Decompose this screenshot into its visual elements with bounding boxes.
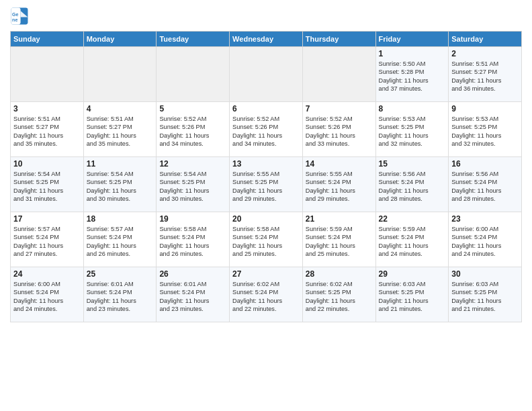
calendar-cell: 7Sunrise: 5:52 AMSunset: 5:26 PMDaylight… — [302, 102, 375, 157]
calendar-cell: 1Sunrise: 5:50 AMSunset: 5:28 PMDaylight… — [375, 47, 449, 102]
calendar-cell: 27Sunrise: 6:02 AMSunset: 5:24 PMDayligh… — [230, 267, 303, 322]
weekday-header-wednesday: Wednesday — [230, 32, 303, 47]
day-number: 26 — [159, 269, 226, 279]
calendar-cell: 5Sunrise: 5:52 AMSunset: 5:26 PMDaylight… — [157, 102, 230, 157]
day-info: Sunrise: 5:56 AMSunset: 5:24 PMDaylight:… — [379, 170, 446, 203]
logo-icon: Ge ne — [10, 7, 29, 26]
week-row-2: 3Sunrise: 5:51 AMSunset: 5:27 PMDaylight… — [11, 102, 522, 157]
day-info: Sunrise: 5:50 AMSunset: 5:28 PMDaylight:… — [379, 60, 446, 93]
calendar-cell: 15Sunrise: 5:56 AMSunset: 5:24 PMDayligh… — [375, 157, 449, 212]
day-number: 23 — [451, 214, 519, 224]
calendar-cell: 20Sunrise: 5:58 AMSunset: 5:24 PMDayligh… — [230, 212, 303, 267]
day-number: 4 — [87, 104, 154, 113]
day-number: 8 — [379, 104, 446, 113]
calendar-cell: 11Sunrise: 5:54 AMSunset: 5:25 PMDayligh… — [83, 157, 157, 212]
day-info: Sunrise: 5:54 AMSunset: 5:25 PMDaylight:… — [87, 170, 154, 203]
day-number: 9 — [451, 104, 519, 113]
day-info: Sunrise: 5:52 AMSunset: 5:26 PMDaylight:… — [159, 115, 226, 148]
weekday-header-saturday: Saturday — [449, 32, 522, 47]
calendar-cell: 23Sunrise: 6:00 AMSunset: 5:24 PMDayligh… — [449, 212, 522, 267]
calendar-cell: 24Sunrise: 6:00 AMSunset: 5:24 PMDayligh… — [11, 267, 84, 322]
day-number: 15 — [379, 159, 446, 169]
calendar-cell: 25Sunrise: 6:01 AMSunset: 5:24 PMDayligh… — [83, 267, 157, 322]
calendar-cell — [302, 47, 375, 102]
day-number: 29 — [379, 269, 446, 279]
calendar-cell: 2Sunrise: 5:51 AMSunset: 5:27 PMDaylight… — [449, 47, 522, 102]
calendar-cell: 6Sunrise: 5:52 AMSunset: 5:26 PMDaylight… — [230, 102, 303, 157]
calendar-cell — [11, 47, 84, 102]
day-info: Sunrise: 6:00 AMSunset: 5:24 PMDaylight:… — [451, 225, 519, 259]
week-row-5: 24Sunrise: 6:00 AMSunset: 5:24 PMDayligh… — [11, 267, 522, 322]
calendar-cell: 30Sunrise: 6:03 AMSunset: 5:25 PMDayligh… — [449, 267, 522, 322]
day-number: 1 — [379, 49, 446, 58]
calendar-cell: 29Sunrise: 6:03 AMSunset: 5:25 PMDayligh… — [375, 267, 449, 322]
day-number: 2 — [451, 49, 519, 58]
week-row-1: 1Sunrise: 5:50 AMSunset: 5:28 PMDaylight… — [11, 47, 522, 102]
day-info: Sunrise: 5:56 AMSunset: 5:24 PMDaylight:… — [451, 170, 519, 203]
calendar-cell — [230, 47, 303, 102]
day-number: 6 — [232, 104, 300, 113]
weekday-header-row: SundayMondayTuesdayWednesdayThursdayFrid… — [11, 32, 522, 47]
day-number: 14 — [306, 159, 373, 169]
calendar-cell: 26Sunrise: 6:01 AMSunset: 5:24 PMDayligh… — [157, 267, 230, 322]
day-info: Sunrise: 6:00 AMSunset: 5:24 PMDaylight:… — [13, 280, 81, 314]
day-number: 5 — [159, 104, 226, 113]
logo: Ge ne — [10, 7, 32, 26]
day-info: Sunrise: 6:01 AMSunset: 5:24 PMDaylight:… — [87, 280, 154, 314]
day-info: Sunrise: 6:02 AMSunset: 5:25 PMDaylight:… — [306, 280, 373, 314]
day-info: Sunrise: 5:51 AMSunset: 5:27 PMDaylight:… — [13, 115, 81, 148]
day-info: Sunrise: 6:01 AMSunset: 5:24 PMDaylight:… — [159, 280, 226, 314]
svg-text:Ge: Ge — [12, 12, 18, 17]
day-info: Sunrise: 5:53 AMSunset: 5:25 PMDaylight:… — [379, 115, 446, 148]
day-number: 28 — [306, 269, 373, 279]
page-container: Ge ne SundayMondayTuesdayWednesdayThursd… — [0, 0, 532, 329]
day-number: 25 — [87, 269, 154, 279]
weekday-header-monday: Monday — [83, 32, 157, 47]
calendar-cell: 3Sunrise: 5:51 AMSunset: 5:27 PMDaylight… — [11, 102, 84, 157]
day-number: 21 — [306, 214, 373, 224]
calendar-cell — [157, 47, 230, 102]
calendar-cell: 22Sunrise: 5:59 AMSunset: 5:24 PMDayligh… — [375, 212, 449, 267]
calendar-cell: 14Sunrise: 5:55 AMSunset: 5:24 PMDayligh… — [302, 157, 375, 212]
week-row-3: 10Sunrise: 5:54 AMSunset: 5:25 PMDayligh… — [11, 157, 522, 212]
calendar-cell: 9Sunrise: 5:53 AMSunset: 5:25 PMDaylight… — [449, 102, 522, 157]
day-info: Sunrise: 6:03 AMSunset: 5:25 PMDaylight:… — [451, 280, 519, 314]
calendar-table: SundayMondayTuesdayWednesdayThursdayFrid… — [10, 31, 522, 322]
calendar-cell: 16Sunrise: 5:56 AMSunset: 5:24 PMDayligh… — [449, 157, 522, 212]
day-info: Sunrise: 5:57 AMSunset: 5:24 PMDaylight:… — [13, 225, 81, 259]
day-number: 27 — [232, 269, 300, 279]
day-number: 16 — [451, 159, 519, 169]
day-info: Sunrise: 6:02 AMSunset: 5:24 PMDaylight:… — [232, 280, 300, 314]
weekday-header-tuesday: Tuesday — [157, 32, 230, 47]
day-info: Sunrise: 5:59 AMSunset: 5:24 PMDaylight:… — [306, 225, 373, 259]
day-info: Sunrise: 5:57 AMSunset: 5:24 PMDaylight:… — [87, 225, 154, 259]
calendar-cell: 13Sunrise: 5:55 AMSunset: 5:25 PMDayligh… — [230, 157, 303, 212]
day-number: 17 — [13, 214, 81, 224]
day-number: 3 — [13, 104, 81, 113]
day-number: 12 — [159, 159, 226, 169]
day-info: Sunrise: 5:54 AMSunset: 5:25 PMDaylight:… — [159, 170, 226, 203]
day-info: Sunrise: 6:03 AMSunset: 5:25 PMDaylight:… — [379, 280, 446, 314]
day-info: Sunrise: 5:54 AMSunset: 5:25 PMDaylight:… — [13, 170, 81, 203]
day-info: Sunrise: 5:53 AMSunset: 5:25 PMDaylight:… — [451, 115, 519, 148]
calendar-cell: 4Sunrise: 5:51 AMSunset: 5:27 PMDaylight… — [83, 102, 157, 157]
svg-text:ne: ne — [12, 17, 17, 22]
week-row-4: 17Sunrise: 5:57 AMSunset: 5:24 PMDayligh… — [11, 212, 522, 267]
header: Ge ne — [10, 7, 522, 26]
day-number: 10 — [13, 159, 81, 169]
calendar-cell: 17Sunrise: 5:57 AMSunset: 5:24 PMDayligh… — [11, 212, 84, 267]
weekday-header-sunday: Sunday — [11, 32, 84, 47]
day-number: 24 — [13, 269, 81, 279]
day-info: Sunrise: 5:58 AMSunset: 5:24 PMDaylight:… — [159, 225, 226, 259]
day-number: 13 — [232, 159, 300, 169]
calendar-cell: 10Sunrise: 5:54 AMSunset: 5:25 PMDayligh… — [11, 157, 84, 212]
calendar-cell: 12Sunrise: 5:54 AMSunset: 5:25 PMDayligh… — [157, 157, 230, 212]
day-info: Sunrise: 5:58 AMSunset: 5:24 PMDaylight:… — [232, 225, 300, 259]
day-info: Sunrise: 5:51 AMSunset: 5:27 PMDaylight:… — [451, 60, 519, 93]
calendar-cell — [83, 47, 157, 102]
weekday-header-thursday: Thursday — [302, 32, 375, 47]
day-number: 19 — [159, 214, 226, 224]
day-info: Sunrise: 5:59 AMSunset: 5:24 PMDaylight:… — [379, 225, 446, 259]
day-number: 22 — [379, 214, 446, 224]
day-number: 11 — [87, 159, 154, 169]
